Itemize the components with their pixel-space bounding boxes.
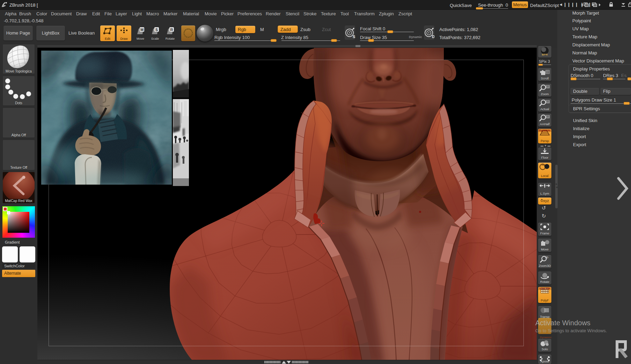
svg-text:D: D [432,35,434,39]
svg-text:S: S [155,28,158,32]
svg-text:3D: 3D [545,256,548,259]
svg-text:M: M [140,28,144,32]
svg-text:R: R [170,28,173,32]
svg-text:S: S [353,35,355,39]
svg-text:BPR: BPR [542,53,548,56]
